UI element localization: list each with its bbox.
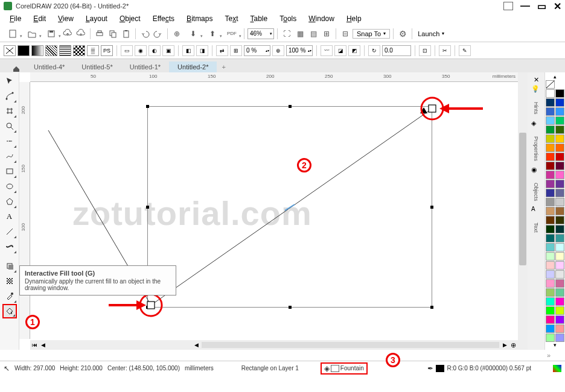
color-swatch[interactable] (555, 261, 564, 270)
no-fill-button[interactable] (4, 45, 16, 56)
color-swatch[interactable] (555, 153, 564, 161)
import-button[interactable]: ⬇▾ (184, 28, 202, 40)
polygon-tool[interactable] (2, 194, 17, 209)
color-swatch[interactable] (555, 252, 564, 261)
crop-tool[interactable] (2, 104, 17, 118)
reverse-fill[interactable]: ⇄ (216, 45, 228, 56)
pattern-fill-button[interactable] (45, 45, 57, 56)
tab-untitled-2[interactable]: Untitled-2* (169, 62, 217, 72)
color-swatch[interactable] (555, 89, 564, 98)
color-swatch[interactable] (546, 207, 555, 215)
color-swatch[interactable] (555, 216, 564, 224)
color-swatch[interactable] (546, 306, 555, 315)
pdf-button[interactable]: PDF▾ (223, 28, 241, 40)
fill-type-linear[interactable]: ▭ (121, 45, 133, 56)
color-swatch[interactable] (555, 98, 564, 107)
drop-shadow-tool[interactable] (2, 259, 17, 273)
rotate-btn[interactable]: ↻ (368, 45, 380, 56)
text-icon[interactable]: A (531, 206, 541, 215)
print-button[interactable] (94, 28, 106, 40)
eyedropper-tool[interactable] (2, 289, 17, 303)
edge-pad[interactable]: ⊕ (272, 45, 284, 56)
texture-fill-button[interactable]: ▒ (87, 45, 99, 56)
swatch-none[interactable] (546, 80, 555, 89)
color-swatch[interactable] (546, 107, 555, 116)
color-swatch[interactable] (546, 89, 555, 98)
undo-button[interactable] (139, 28, 151, 40)
free-scale[interactable]: ⊡ (419, 45, 431, 56)
color-swatch[interactable] (555, 180, 564, 188)
tab-untitled-5[interactable]: Untitled-5* (73, 62, 121, 72)
menu-edit[interactable]: Edit (28, 13, 51, 24)
new-button[interactable]: ▾ (4, 28, 22, 40)
open-button[interactable]: ▾ (23, 28, 41, 40)
accel-btn1[interactable]: ◪ (334, 45, 346, 56)
edit-fill[interactable]: ✎ (459, 45, 471, 56)
color-swatch[interactable] (546, 153, 555, 161)
color-swatch[interactable] (546, 198, 555, 206)
color-swatch[interactable] (546, 288, 555, 297)
popout-icon[interactable] (503, 2, 513, 10)
maximize-button[interactable]: ▭ (537, 1, 546, 12)
color-swatch[interactable] (555, 162, 564, 170)
color-swatch[interactable] (546, 225, 555, 233)
docker-properties[interactable]: Properties (532, 133, 540, 165)
color-swatch[interactable] (546, 324, 555, 333)
align-button[interactable]: ⊟ (339, 28, 351, 40)
transparency-tool[interactable] (2, 274, 17, 288)
smooth-btn[interactable]: 〰 (321, 45, 333, 56)
parallel-dim-tool[interactable] (2, 224, 17, 239)
postscript-fill-button[interactable]: PS (101, 45, 113, 56)
minimize-button[interactable]: — (520, 1, 530, 11)
page-first[interactable]: ⏮ (30, 342, 39, 348)
copy-fill[interactable]: ✂ (439, 45, 451, 56)
export-button[interactable]: ⬆▾ (203, 28, 222, 40)
color-swatch[interactable] (555, 125, 564, 134)
color-swatch[interactable] (555, 234, 564, 242)
color-swatch[interactable] (546, 144, 555, 152)
color-swatch[interactable] (546, 315, 555, 324)
guides-button[interactable]: ⊞ (321, 28, 333, 40)
fill-indicator[interactable]: ◈ Fountain (321, 362, 368, 375)
fill-type-radial[interactable]: ◉ (135, 45, 147, 56)
color-swatch[interactable] (546, 216, 555, 224)
menu-table[interactable]: Table (246, 13, 273, 24)
color-swatch[interactable] (555, 144, 564, 152)
menu-file[interactable]: File (5, 13, 26, 24)
color-swatch[interactable] (546, 252, 555, 261)
home-icon[interactable] (12, 65, 21, 72)
find-button[interactable]: ⊕ (171, 28, 183, 40)
transparency-100[interactable]: 100 %▴▾ (286, 45, 313, 56)
color-swatch[interactable] (546, 98, 555, 107)
color-swatch[interactable] (555, 225, 564, 233)
rectangle-tool[interactable] (2, 164, 17, 179)
hints-icon[interactable]: 💡 (531, 85, 541, 95)
page-prev[interactable]: ◀ (39, 342, 47, 348)
color-proof-icon[interactable] (553, 365, 561, 372)
fill-type-square[interactable]: ▣ (162, 45, 174, 56)
transparency-0[interactable]: 0 %▴▾ (244, 45, 270, 56)
color-swatch[interactable] (555, 324, 564, 333)
artistic-tool[interactable] (2, 149, 17, 163)
menu-object[interactable]: Object (115, 13, 145, 24)
uniform-fill-button[interactable] (18, 45, 30, 56)
grid-button[interactable]: ▦ (294, 28, 306, 40)
color-swatch[interactable] (546, 134, 555, 143)
outline-indicator[interactable]: ✒ R:0 G:0 B:0 (#000000) 0.567 pt (427, 364, 531, 373)
docker-objects[interactable]: Objects (532, 179, 540, 205)
properties-icon[interactable]: ◈ (531, 119, 541, 129)
docker-text[interactable]: Text (532, 219, 540, 236)
color-swatch[interactable] (555, 116, 564, 125)
color-swatch[interactable] (555, 207, 564, 215)
color-swatch[interactable] (546, 334, 555, 342)
color-swatch[interactable] (555, 134, 564, 143)
color-swatch[interactable] (555, 243, 564, 251)
pick-tool[interactable] (2, 74, 17, 88)
freehand-tool[interactable] (2, 134, 17, 148)
zoom-tool[interactable] (2, 119, 17, 133)
color-swatch[interactable] (555, 315, 564, 324)
color-swatch[interactable] (546, 261, 555, 270)
accel-btn2[interactable]: ◩ (348, 45, 360, 56)
objects-icon[interactable]: ◉ (531, 166, 541, 175)
zoom-fit-icon[interactable]: ⊕ (511, 341, 516, 349)
